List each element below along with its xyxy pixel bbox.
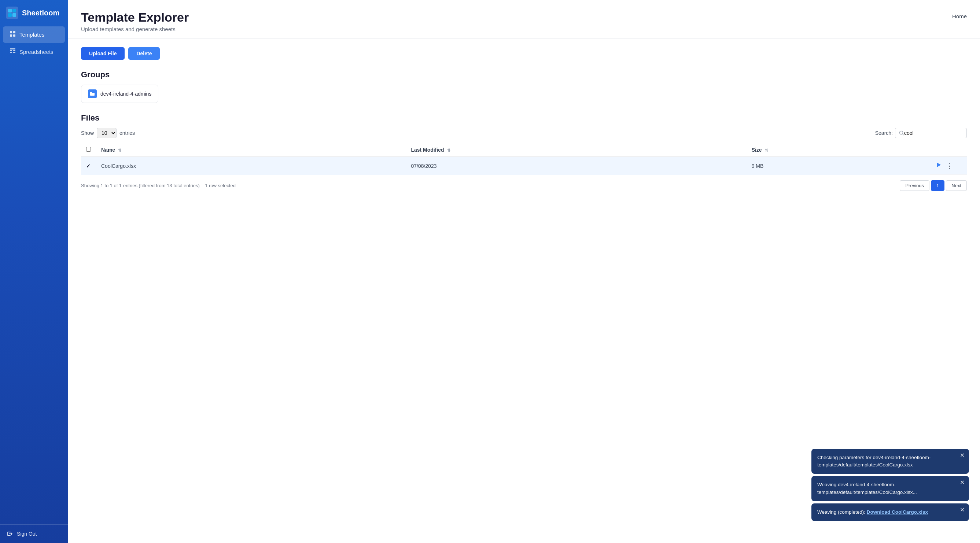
col-name: Name ⇅ bbox=[96, 143, 406, 157]
svg-rect-1 bbox=[8, 9, 12, 13]
logo-icon bbox=[6, 6, 18, 19]
home-link[interactable]: Home bbox=[952, 10, 967, 19]
svg-rect-9 bbox=[10, 48, 15, 49]
file-name: CoolCargo.xlsx bbox=[96, 157, 406, 175]
svg-rect-3 bbox=[8, 13, 12, 17]
notification-3: Weaving (completed): Download CoolCargo.… bbox=[811, 503, 969, 521]
search-icon bbox=[899, 130, 904, 136]
footer-text: Showing 1 to 1 of 1 entries (filtered fr… bbox=[81, 183, 235, 188]
select-all-checkbox[interactable] bbox=[86, 147, 91, 152]
svg-rect-8 bbox=[13, 35, 15, 37]
entries-select[interactable]: 10 25 50 bbox=[97, 128, 116, 138]
search-input-wrapper bbox=[895, 128, 967, 138]
table-row[interactable]: ✓ CoolCargo.xlsx 07/08/2023 9 MB ⋮ bbox=[81, 157, 967, 175]
sidebar-nav: Templates Spreadsheets bbox=[0, 25, 68, 524]
search-label: Search: bbox=[875, 130, 893, 136]
page-header: Template Explorer Upload templates and g… bbox=[68, 0, 980, 38]
action-buttons: Upload File Delete bbox=[81, 47, 967, 60]
page-title: Template Explorer bbox=[81, 10, 189, 25]
notifications-panel: Checking parameters for dev4-ireland-4-s… bbox=[811, 449, 969, 521]
entries-label: entries bbox=[119, 130, 135, 136]
logo-text: Sheetloom bbox=[22, 9, 59, 17]
svg-rect-12 bbox=[10, 52, 12, 53]
files-title: Files bbox=[81, 113, 967, 123]
file-last-modified: 07/08/2023 bbox=[406, 157, 746, 175]
sidebar-item-templates[interactable]: Templates bbox=[3, 26, 65, 43]
size-sort-icon[interactable]: ⇅ bbox=[765, 148, 768, 152]
folder-icon bbox=[88, 89, 97, 98]
search-input[interactable] bbox=[904, 130, 963, 136]
files-table: Name ⇅ Last Modified ⇅ Size ⇅ bbox=[81, 143, 967, 175]
sign-out-label: Sign Out bbox=[17, 531, 37, 537]
show-label: Show bbox=[81, 130, 94, 136]
sidebar-item-spreadsheets[interactable]: Spreadsheets bbox=[3, 44, 65, 60]
svg-rect-11 bbox=[13, 50, 15, 51]
file-size: 9 MB bbox=[746, 157, 930, 175]
templates-icon bbox=[10, 31, 16, 38]
page-1-button[interactable]: 1 bbox=[931, 180, 945, 191]
notification-3-close[interactable]: ✕ bbox=[960, 507, 965, 513]
upload-file-button[interactable]: Upload File bbox=[81, 47, 125, 60]
page-subtitle: Upload templates and generate sheets bbox=[81, 26, 189, 32]
more-options-button[interactable]: ⋮ bbox=[946, 162, 953, 170]
last-modified-sort-icon[interactable]: ⇅ bbox=[447, 148, 450, 152]
svg-rect-7 bbox=[10, 35, 12, 37]
svg-rect-6 bbox=[13, 31, 15, 33]
col-size: Size ⇅ bbox=[746, 143, 930, 157]
sidebar-item-spreadsheets-label: Spreadsheets bbox=[19, 49, 54, 55]
table-footer: Showing 1 to 1 of 1 entries (filtered fr… bbox=[81, 180, 967, 191]
col-last-modified: Last Modified ⇅ bbox=[406, 143, 746, 157]
logo[interactable]: Sheetloom bbox=[0, 0, 68, 25]
spreadsheets-icon bbox=[10, 48, 16, 56]
notification-1: Checking parameters for dev4-ireland-4-s… bbox=[811, 449, 969, 474]
svg-rect-2 bbox=[13, 9, 16, 13]
play-icon bbox=[935, 162, 942, 168]
previous-button[interactable]: Previous bbox=[900, 180, 929, 191]
svg-rect-0 bbox=[6, 6, 18, 19]
notification-2-close[interactable]: ✕ bbox=[960, 479, 965, 486]
pagination: Previous 1 Next bbox=[900, 180, 967, 191]
notification-2: Weaving dev4-ireland-4-sheetloom-templat… bbox=[811, 476, 969, 501]
next-button[interactable]: Next bbox=[946, 180, 967, 191]
group-card[interactable]: dev4-ireland-4-admins bbox=[81, 85, 158, 103]
content-area: Upload File Delete Groups dev4-ireland-4… bbox=[68, 38, 980, 200]
row-checkmark: ✓ bbox=[86, 163, 91, 169]
svg-rect-5 bbox=[10, 31, 12, 33]
svg-rect-4 bbox=[13, 13, 16, 17]
download-link[interactable]: Download CoolCargo.xlsx bbox=[867, 509, 928, 515]
sidebar-bottom: Sign Out bbox=[0, 524, 68, 543]
svg-rect-13 bbox=[13, 52, 15, 53]
sign-out-icon bbox=[6, 530, 13, 537]
groups-section: Groups dev4-ireland-4-admins bbox=[81, 70, 967, 103]
sidebar-item-templates-label: Templates bbox=[19, 32, 45, 38]
svg-rect-10 bbox=[10, 50, 12, 51]
name-sort-icon[interactable]: ⇅ bbox=[118, 148, 121, 152]
notification-1-close[interactable]: ✕ bbox=[960, 452, 965, 458]
sign-out-button[interactable]: Sign Out bbox=[6, 530, 61, 537]
files-controls: Show 10 25 50 entries Search: bbox=[81, 128, 967, 138]
notification-2-text: Weaving dev4-ireland-4-sheetloom-templat… bbox=[817, 482, 917, 495]
groups-title: Groups bbox=[81, 70, 967, 79]
delete-button[interactable]: Delete bbox=[128, 47, 160, 60]
group-name: dev4-ireland-4-admins bbox=[100, 91, 151, 97]
search-box: Search: bbox=[875, 128, 967, 138]
notification-3-prefix: Weaving (completed): bbox=[817, 509, 867, 515]
play-button[interactable] bbox=[935, 162, 942, 170]
sidebar: Sheetloom Templates Spreadsheets Sign Ou… bbox=[0, 0, 68, 543]
files-section: Files Show 10 25 50 entries Search: bbox=[81, 113, 967, 191]
show-entries-control: Show 10 25 50 entries bbox=[81, 128, 135, 138]
notification-1-text: Checking parameters for dev4-ireland-4-s… bbox=[817, 455, 931, 468]
svg-marker-15 bbox=[937, 163, 941, 167]
